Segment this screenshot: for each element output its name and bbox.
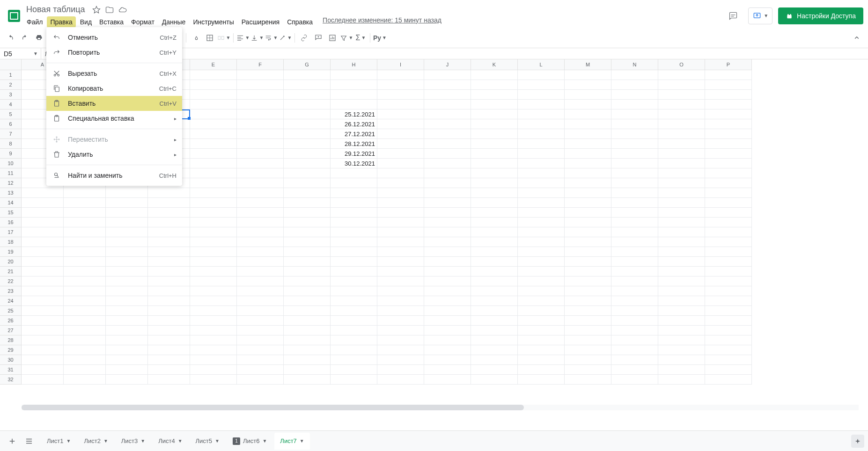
cell[interactable] <box>190 267 237 276</box>
row-header[interactable]: 5 <box>0 109 22 119</box>
cell[interactable] <box>148 326 190 335</box>
cell[interactable] <box>658 296 705 306</box>
cell[interactable] <box>471 296 518 306</box>
cell[interactable] <box>106 306 148 316</box>
cell[interactable] <box>331 218 377 227</box>
cell[interactable] <box>237 109 284 119</box>
cell[interactable] <box>611 198 658 208</box>
cell[interactable] <box>331 80 377 90</box>
cell[interactable] <box>611 276 658 286</box>
cell[interactable] <box>237 70 284 80</box>
cell[interactable] <box>237 227 284 237</box>
cell[interactable] <box>190 237 237 247</box>
cell[interactable] <box>22 316 64 326</box>
cell[interactable] <box>565 227 611 237</box>
row-header[interactable]: 4 <box>0 100 22 109</box>
cell[interactable] <box>22 208 64 218</box>
cell[interactable] <box>424 178 471 188</box>
row-header[interactable]: 25 <box>0 306 22 316</box>
cell[interactable] <box>190 365 237 375</box>
cell[interactable] <box>705 159 752 168</box>
column-header[interactable]: L <box>518 59 565 70</box>
cell[interactable] <box>331 316 377 326</box>
cell[interactable]: 26.12.2021 <box>331 119 377 129</box>
cell[interactable] <box>424 326 471 335</box>
cell[interactable] <box>148 198 190 208</box>
cell[interactable] <box>565 208 611 218</box>
cell[interactable] <box>237 208 284 218</box>
cell[interactable] <box>518 247 565 257</box>
wrap-button[interactable]: ▼ <box>265 31 278 44</box>
row-header[interactable]: 22 <box>0 276 22 286</box>
cell[interactable] <box>611 129 658 139</box>
cell[interactable] <box>611 218 658 227</box>
cell[interactable] <box>424 267 471 276</box>
cell[interactable] <box>237 345 284 355</box>
cell[interactable] <box>611 139 658 149</box>
cell[interactable] <box>64 355 106 365</box>
cell[interactable] <box>518 375 565 385</box>
cell[interactable] <box>705 109 752 119</box>
cell[interactable] <box>377 326 424 335</box>
cell[interactable] <box>611 168 658 178</box>
rotate-button[interactable]: ▼ <box>279 31 292 44</box>
cell[interactable] <box>611 257 658 267</box>
cell[interactable] <box>148 306 190 316</box>
link-button[interactable] <box>298 31 311 44</box>
cell[interactable] <box>658 306 705 316</box>
cell[interactable] <box>284 335 331 345</box>
cell[interactable] <box>377 286 424 296</box>
cell[interactable] <box>284 355 331 365</box>
cell[interactable] <box>22 326 64 335</box>
cell[interactable] <box>705 100 752 109</box>
cell[interactable]: 28.12.2021 <box>331 139 377 149</box>
cell[interactable] <box>284 159 331 168</box>
cell[interactable] <box>190 227 237 237</box>
cell[interactable] <box>331 335 377 345</box>
cell[interactable] <box>190 100 237 109</box>
cell[interactable] <box>148 365 190 375</box>
cell[interactable] <box>190 188 237 198</box>
cell[interactable] <box>284 109 331 119</box>
cell[interactable] <box>518 198 565 208</box>
cell[interactable] <box>22 335 64 345</box>
cell[interactable] <box>377 335 424 345</box>
cell[interactable] <box>705 247 752 257</box>
cell[interactable] <box>565 365 611 375</box>
cell[interactable] <box>518 90 565 100</box>
cell[interactable] <box>331 247 377 257</box>
cell[interactable] <box>518 109 565 119</box>
cell[interactable] <box>284 178 331 188</box>
cell[interactable] <box>518 355 565 365</box>
cell[interactable] <box>518 227 565 237</box>
cell[interactable] <box>565 267 611 276</box>
cell[interactable] <box>611 70 658 80</box>
row-header[interactable]: 13 <box>0 188 22 198</box>
row-header[interactable]: 20 <box>0 257 22 267</box>
cell[interactable] <box>190 296 237 306</box>
cell[interactable] <box>190 168 237 178</box>
cell[interactable] <box>611 237 658 247</box>
cell[interactable] <box>471 335 518 345</box>
cell[interactable] <box>424 345 471 355</box>
cell[interactable] <box>190 375 237 385</box>
cell[interactable] <box>148 257 190 267</box>
cell[interactable] <box>658 267 705 276</box>
row-header[interactable]: 10 <box>0 159 22 168</box>
cell[interactable] <box>705 80 752 90</box>
cell[interactable] <box>106 276 148 286</box>
cell[interactable] <box>565 355 611 365</box>
cell[interactable] <box>377 100 424 109</box>
cell[interactable] <box>565 139 611 149</box>
undo-button[interactable] <box>5 31 18 44</box>
cell[interactable] <box>331 188 377 198</box>
cell[interactable] <box>611 188 658 198</box>
select-all-corner[interactable] <box>0 59 22 70</box>
add-sheet-button[interactable] <box>4 433 21 450</box>
row-header[interactable]: 1 <box>0 70 22 80</box>
cell[interactable] <box>518 335 565 345</box>
cell[interactable] <box>22 267 64 276</box>
functions-button[interactable]: Σ▼ <box>354 31 367 44</box>
cell[interactable] <box>518 168 565 178</box>
cell[interactable] <box>106 345 148 355</box>
